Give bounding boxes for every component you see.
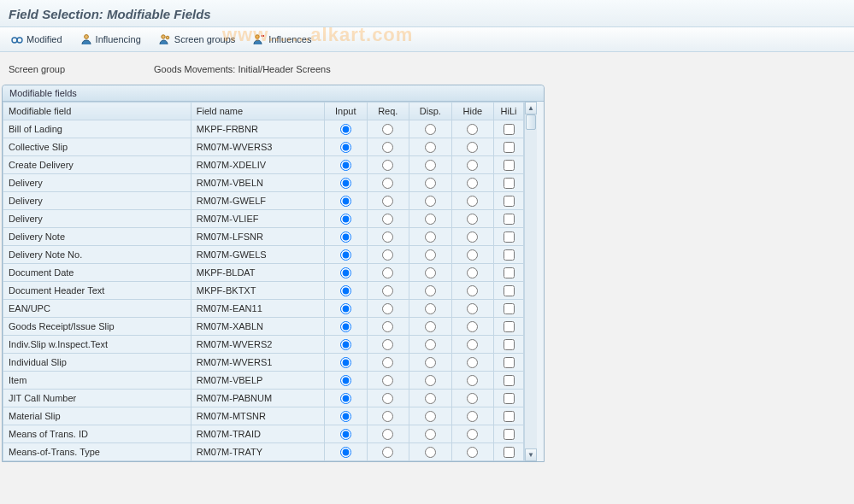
table-row[interactable]: Collective SlipRM07M-WVERS3 bbox=[3, 138, 524, 156]
radio-disp[interactable] bbox=[425, 339, 436, 350]
radio-input[interactable] bbox=[340, 339, 351, 350]
table-row[interactable]: Means-of-Trans. TypeRM07M-TRATY bbox=[3, 443, 524, 461]
checkbox-hili[interactable] bbox=[504, 411, 515, 422]
checkbox-hili[interactable] bbox=[504, 303, 515, 314]
radio-req[interactable] bbox=[382, 303, 393, 314]
radio-disp[interactable] bbox=[425, 178, 436, 189]
radio-req[interactable] bbox=[382, 160, 393, 171]
checkbox-hili[interactable] bbox=[504, 267, 515, 278]
radio-hide[interactable] bbox=[467, 178, 478, 189]
radio-req[interactable] bbox=[382, 124, 393, 135]
radio-input[interactable] bbox=[340, 160, 351, 171]
radio-req[interactable] bbox=[382, 411, 393, 422]
checkbox-hili[interactable] bbox=[504, 142, 515, 153]
radio-req[interactable] bbox=[382, 267, 393, 278]
radio-disp[interactable] bbox=[425, 393, 436, 404]
checkbox-hili[interactable] bbox=[504, 285, 515, 296]
table-row[interactable]: DeliveryRM07M-VBELN bbox=[3, 174, 524, 192]
radio-disp[interactable] bbox=[425, 267, 436, 278]
radio-hide[interactable] bbox=[467, 231, 478, 243]
radio-input[interactable] bbox=[340, 429, 351, 440]
table-row[interactable]: Means of Trans. IDRM07M-TRAID bbox=[3, 425, 524, 443]
checkbox-hili[interactable] bbox=[504, 429, 515, 440]
radio-hide[interactable] bbox=[467, 124, 478, 135]
radio-disp[interactable] bbox=[425, 429, 436, 440]
radio-req[interactable] bbox=[382, 429, 393, 440]
radio-input[interactable] bbox=[340, 285, 351, 296]
vertical-scrollbar[interactable]: ▲ ▼ bbox=[524, 102, 537, 461]
radio-input[interactable] bbox=[340, 178, 351, 189]
radio-input[interactable] bbox=[340, 447, 351, 458]
radio-hide[interactable] bbox=[467, 285, 478, 296]
radio-disp[interactable] bbox=[425, 196, 436, 207]
radio-input[interactable] bbox=[340, 321, 351, 332]
radio-req[interactable] bbox=[382, 393, 393, 404]
radio-hide[interactable] bbox=[467, 429, 478, 440]
checkbox-hili[interactable] bbox=[504, 393, 515, 404]
radio-hide[interactable] bbox=[467, 447, 478, 458]
radio-disp[interactable] bbox=[425, 214, 436, 225]
checkbox-hili[interactable] bbox=[504, 357, 515, 368]
radio-hide[interactable] bbox=[467, 339, 478, 350]
influences-button[interactable]: Influences bbox=[249, 31, 315, 48]
radio-disp[interactable] bbox=[425, 142, 436, 153]
radio-input[interactable] bbox=[340, 411, 351, 422]
radio-disp[interactable] bbox=[425, 321, 436, 332]
radio-req[interactable] bbox=[382, 447, 393, 458]
radio-req[interactable] bbox=[382, 375, 393, 386]
col-header-disp[interactable]: Disp. bbox=[409, 103, 452, 120]
modified-button[interactable]: Modified bbox=[7, 31, 66, 48]
radio-disp[interactable] bbox=[425, 375, 436, 386]
col-header-name[interactable]: Field name bbox=[191, 103, 324, 120]
table-row[interactable]: EAN/UPCRM07M-EAN11 bbox=[3, 300, 524, 318]
radio-disp[interactable] bbox=[425, 411, 436, 422]
radio-input[interactable] bbox=[340, 375, 351, 386]
checkbox-hili[interactable] bbox=[504, 231, 515, 243]
radio-hide[interactable] bbox=[467, 357, 478, 368]
scroll-track[interactable] bbox=[525, 114, 537, 448]
radio-req[interactable] bbox=[382, 357, 393, 368]
screen-groups-button[interactable]: Screen groups bbox=[155, 31, 239, 48]
radio-input[interactable] bbox=[340, 249, 351, 261]
checkbox-hili[interactable] bbox=[504, 214, 515, 225]
checkbox-hili[interactable] bbox=[504, 160, 515, 171]
checkbox-hili[interactable] bbox=[504, 447, 515, 458]
radio-input[interactable] bbox=[340, 357, 351, 368]
table-row[interactable]: Document DateMKPF-BLDAT bbox=[3, 264, 524, 282]
scroll-up-button[interactable]: ▲ bbox=[525, 102, 537, 114]
radio-hide[interactable] bbox=[467, 214, 478, 225]
table-row[interactable]: Document Header TextMKPF-BKTXT bbox=[3, 282, 524, 300]
radio-hide[interactable] bbox=[467, 375, 478, 386]
table-row[interactable]: Material SlipRM07M-MTSNR bbox=[3, 407, 524, 425]
table-row[interactable]: Delivery NoteRM07M-LFSNR bbox=[3, 228, 524, 246]
radio-hide[interactable] bbox=[467, 249, 478, 261]
checkbox-hili[interactable] bbox=[504, 124, 515, 135]
radio-req[interactable] bbox=[382, 339, 393, 350]
radio-req[interactable] bbox=[382, 231, 393, 243]
radio-input[interactable] bbox=[340, 303, 351, 314]
checkbox-hili[interactable] bbox=[504, 178, 515, 189]
radio-disp[interactable] bbox=[425, 303, 436, 314]
radio-hide[interactable] bbox=[467, 160, 478, 171]
radio-hide[interactable] bbox=[467, 303, 478, 314]
table-row[interactable]: Individual SlipRM07M-WVERS1 bbox=[3, 354, 524, 372]
radio-input[interactable] bbox=[340, 267, 351, 278]
radio-req[interactable] bbox=[382, 285, 393, 296]
radio-hide[interactable] bbox=[467, 393, 478, 404]
col-header-hili[interactable]: HiLi bbox=[494, 103, 524, 120]
radio-req[interactable] bbox=[382, 142, 393, 153]
radio-disp[interactable] bbox=[425, 124, 436, 135]
radio-disp[interactable] bbox=[425, 160, 436, 171]
table-row[interactable]: Delivery Note No.RM07M-GWELS bbox=[3, 246, 524, 264]
radio-input[interactable] bbox=[340, 124, 351, 135]
radio-req[interactable] bbox=[382, 178, 393, 189]
table-row[interactable]: Bill of LadingMKPF-FRBNR bbox=[3, 120, 524, 138]
col-header-req[interactable]: Req. bbox=[367, 103, 409, 120]
radio-hide[interactable] bbox=[467, 196, 478, 207]
radio-disp[interactable] bbox=[425, 447, 436, 458]
radio-disp[interactable] bbox=[425, 357, 436, 368]
radio-hide[interactable] bbox=[467, 267, 478, 278]
col-header-field[interactable]: Modifiable field bbox=[3, 103, 191, 120]
radio-disp[interactable] bbox=[425, 231, 436, 243]
radio-disp[interactable] bbox=[425, 285, 436, 296]
